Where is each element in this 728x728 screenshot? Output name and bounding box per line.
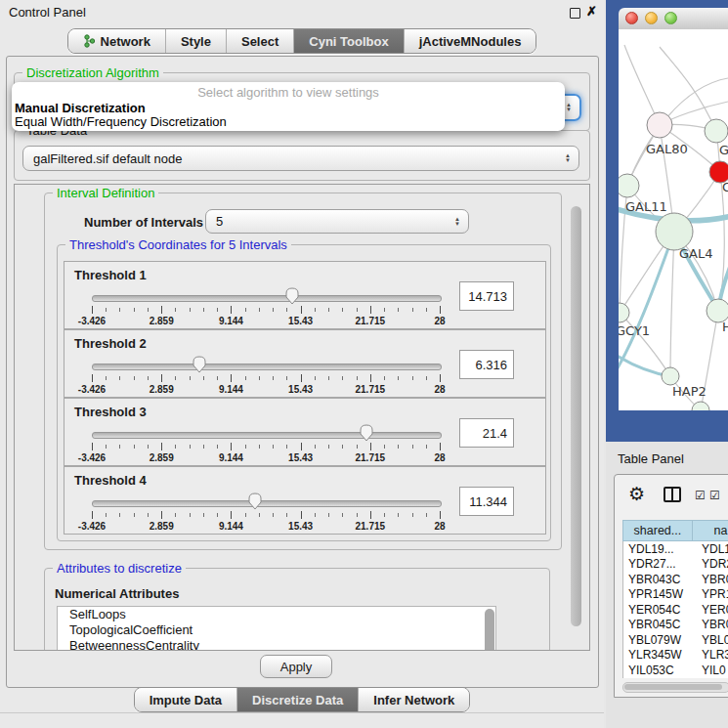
slider-tick <box>342 376 343 380</box>
node-table: shared... na YDL19... YDL1 YDR27... YDR2 <box>622 520 728 678</box>
list-item[interactable]: TopologicalCoefficient <box>58 622 495 638</box>
tick-label: 2.859 <box>150 316 174 326</box>
network-node[interactable] <box>692 402 709 410</box>
tick-label: -3.426 <box>78 452 106 463</box>
slider-track[interactable] <box>92 364 442 370</box>
threshold-slider[interactable]: -3.4262.8599.14415.4321.71528 <box>92 491 440 530</box>
tick-label: 15.43 <box>288 452 313 463</box>
apply-button[interactable]: Apply <box>260 655 332 678</box>
threshold-value-field[interactable]: 11.344 <box>459 487 514 516</box>
slider-tick <box>190 376 191 380</box>
table-row[interactable]: YBR043C YBR0 <box>623 572 728 587</box>
tick-label: -3.426 <box>78 521 106 532</box>
slider-tick <box>203 445 204 449</box>
threshold-value-field[interactable]: 21.4 <box>459 418 514 448</box>
slider-tick <box>161 443 162 450</box>
slider-tick <box>119 308 120 312</box>
network-node[interactable] <box>647 112 672 138</box>
table-row[interactable]: YBR045C YBR0 <box>623 618 728 633</box>
dropdown-item[interactable]: Manual Discretization <box>12 102 565 115</box>
column-header[interactable]: shared... <box>622 520 693 541</box>
float-icon[interactable] <box>570 8 580 19</box>
slider-thumb[interactable] <box>193 356 206 373</box>
slider-tick <box>92 306 93 314</box>
network-edge[interactable] <box>670 232 674 376</box>
algorithm-dropdown-popup: Select algorithm to view settings Manual… <box>12 82 565 131</box>
slider-thumb[interactable] <box>285 287 299 305</box>
slider-tick-labels: -3.4262.8599.14415.4321.71528 <box>92 452 440 464</box>
slider-thumb[interactable] <box>248 492 262 510</box>
column-header[interactable]: na <box>693 520 728 541</box>
tab[interactable]: Discretize Data <box>236 688 358 711</box>
threshold-value-field[interactable]: 14.713 <box>459 281 514 311</box>
slider-track[interactable] <box>92 432 442 439</box>
table-row[interactable]: YER054C YER0 <box>623 602 728 618</box>
split-columns-icon[interactable] <box>664 487 681 502</box>
slider-thumb[interactable] <box>360 424 373 442</box>
slider-tick <box>440 374 441 382</box>
list-item[interactable]: SelfLoops <box>58 607 495 622</box>
tab[interactable]: jActiveMNodules <box>404 29 536 53</box>
threshold-value-field[interactable]: 6.316 <box>459 350 514 379</box>
checkbox-icon[interactable]: ☑ <box>709 489 720 502</box>
vertical-scrollbar[interactable] <box>571 206 581 626</box>
slider-tick <box>245 308 246 312</box>
table-row[interactable]: YPR145W YPR1 <box>623 587 728 603</box>
table-data-combobox[interactable]: galFiltered.sif default node ▲▼ <box>22 146 579 171</box>
table-row[interactable]: YIL053C YIL0 <box>623 663 728 678</box>
network-node-label: GAL4 <box>679 246 712 261</box>
tab[interactable]: Network <box>68 29 165 53</box>
slider-tick <box>148 376 149 380</box>
threshold-slider[interactable]: -3.4262.8599.14415.4321.71528 <box>92 285 440 324</box>
horizontal-scrollbar-thumb[interactable] <box>624 684 722 690</box>
zoom-traffic-icon[interactable] <box>664 12 677 24</box>
group-title: Attributes to discretize <box>53 561 186 576</box>
slider-tick <box>426 376 427 380</box>
slider-tick <box>92 511 93 519</box>
dropdown-item[interactable]: Equal Width/Frequency Discretization <box>12 115 565 129</box>
table-row[interactable]: YDR27... YDR2 <box>623 557 728 573</box>
table-row[interactable]: YBL079W YBL0 <box>623 632 728 648</box>
slider-tick <box>286 308 287 312</box>
list-item[interactable]: BetweennessCentrality <box>58 638 495 651</box>
tab[interactable]: Style <box>165 29 226 53</box>
network-node-label: C <box>722 180 728 194</box>
network-canvas[interactable]: GAL80GAGAL11CGAL4GCY1HHAP2 <box>619 29 728 410</box>
minimize-traffic-icon[interactable] <box>645 12 658 24</box>
horizontal-scrollbar[interactable] <box>622 682 728 693</box>
table-row[interactable]: YDL19... YDL1 <box>623 541 728 557</box>
list-scrollbar[interactable] <box>485 609 494 651</box>
checkbox-icon[interactable]: ☑ <box>695 489 706 502</box>
close-icon[interactable]: ✗ <box>586 4 597 19</box>
slider-tick <box>384 376 385 380</box>
slider-track[interactable] <box>92 500 442 507</box>
tab[interactable]: Impute Data <box>135 688 236 711</box>
network-node[interactable] <box>705 119 728 143</box>
tab[interactable]: Cyni Toolbox <box>293 29 403 53</box>
slider-tick <box>175 513 176 517</box>
network-node[interactable] <box>619 174 639 197</box>
number-of-intervals-combobox[interactable]: 5 ▲▼ <box>205 209 469 234</box>
table-row[interactable]: YLR345W YLR3 <box>623 648 728 664</box>
slider-tick <box>315 513 316 517</box>
tick-label: 21.715 <box>356 521 386 532</box>
network-node[interactable] <box>656 213 693 250</box>
tab[interactable]: Select <box>226 29 293 53</box>
slider-tick <box>315 376 316 380</box>
threshold-slider[interactable]: -3.4262.8599.14415.4321.71528 <box>92 422 440 461</box>
close-traffic-icon[interactable] <box>625 12 638 24</box>
network-node[interactable] <box>619 303 629 322</box>
slider-tick <box>134 308 135 312</box>
slider-tick <box>134 376 135 380</box>
slider-tick <box>328 445 329 449</box>
slider-track[interactable] <box>92 295 442 302</box>
tab[interactable]: Infer Network <box>358 688 469 711</box>
numerical-attributes-list[interactable]: SelfLoops TopologicalCoefficient Between… <box>57 606 496 651</box>
threshold-slider[interactable]: -3.4262.8599.14415.4321.71528 <box>92 354 440 393</box>
slider-tick <box>440 443 441 450</box>
network-node[interactable] <box>662 367 679 385</box>
network-window-titlebar[interactable] <box>619 8 728 30</box>
gear-icon[interactable]: ⚙ <box>628 483 645 505</box>
network-edge[interactable] <box>620 313 670 376</box>
slider-ticks <box>92 374 440 383</box>
